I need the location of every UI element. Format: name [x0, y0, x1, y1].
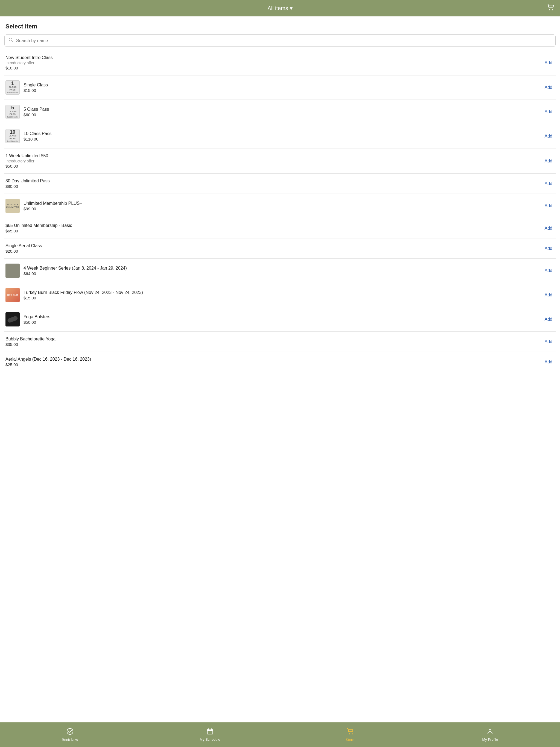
list-item: Bubbly Bachelorette Yoga $35.00 Add — [0, 332, 560, 352]
item-name: Single Class — [24, 83, 539, 87]
svg-point-0 — [549, 9, 550, 10]
item-name: New Student Intro Class — [5, 55, 539, 60]
search-input[interactable] — [16, 38, 552, 43]
item-name: Turkey Burn Black Friday Flow (Nov 24, 2… — [24, 290, 539, 295]
svg-point-10 — [352, 733, 353, 735]
item-name: 30 Day Unlimited Pass — [5, 179, 539, 183]
item-name: $65 Unlimited Membership - Basic — [5, 223, 539, 228]
item-price: $35.00 — [5, 342, 539, 347]
list-item: $65 Unlimited Membership - Basic $65.00 … — [0, 218, 560, 238]
list-item: New Student Intro Class Introductory off… — [0, 50, 560, 75]
add-button[interactable]: Add — [542, 245, 555, 252]
item-thumbnail — [5, 264, 20, 278]
nav-my-profile[interactable]: My Profile — [420, 722, 560, 747]
item-thumbnail: 5 CLASSPASS Just Breathe — [5, 105, 20, 119]
item-subtitle: Introductory offer — [5, 159, 539, 163]
add-button[interactable]: Add — [542, 59, 555, 67]
svg-point-11 — [489, 729, 491, 731]
nav-book-now[interactable]: Book Now — [0, 722, 140, 747]
item-info: 1 Week Unlimited $50 Introductory offer … — [5, 153, 539, 169]
item-price: $64.00 — [24, 271, 539, 276]
item-name: Single Aerial Class — [5, 243, 539, 248]
add-button[interactable]: Add — [542, 225, 555, 232]
item-info: 5 Class Pass $60.00 — [24, 107, 539, 117]
person-icon — [487, 728, 493, 736]
item-info: $65 Unlimited Membership - Basic $65.00 — [5, 223, 539, 233]
svg-point-4 — [67, 728, 73, 735]
list-item: Single Aerial Class $20.00 Add — [0, 238, 560, 258]
item-info: Turkey Burn Black Friday Flow (Nov 24, 2… — [24, 290, 539, 300]
item-info: Aerial Angels (Dec 16, 2023 - Dec 16, 20… — [5, 357, 539, 367]
item-info: 10 Class Pass $110.00 — [24, 131, 539, 141]
item-price: $15.00 — [24, 88, 539, 93]
add-button[interactable]: Add — [542, 180, 555, 187]
item-price: $50.00 — [24, 320, 539, 325]
all-items-label: All items — [268, 5, 288, 11]
item-price: $60.00 — [24, 112, 539, 117]
add-button[interactable]: Add — [542, 133, 555, 140]
item-thumbnail — [5, 312, 20, 327]
top-bar: All items ▾ — [0, 0, 560, 17]
add-button[interactable]: Add — [542, 202, 555, 209]
item-name: 5 Class Pass — [24, 107, 539, 112]
list-item: 10 CLASSPASS Just Breathe 10 Class Pass … — [0, 124, 560, 148]
add-button[interactable]: Add — [542, 291, 555, 299]
nav-my-profile-label: My Profile — [482, 738, 498, 742]
nav-my-schedule-label: My Schedule — [200, 738, 220, 742]
main-content: Select item New Student Intro Class Intr… — [0, 17, 560, 747]
add-button[interactable]: Add — [542, 316, 555, 323]
item-info: Yoga Bolsters $50.00 — [24, 314, 539, 325]
item-price: $65.00 — [5, 229, 539, 233]
list-item: 1 Week Unlimited $50 Introductory offer … — [0, 149, 560, 173]
add-button[interactable]: Add — [542, 108, 555, 115]
item-info: Unlimited Membership PLUS+ $99.00 — [24, 201, 539, 211]
item-thumbnail: 10 CLASSPASS Just Breathe — [5, 129, 20, 143]
bottom-nav: Book Now My Schedule Store — [0, 722, 560, 747]
item-name: 10 Class Pass — [24, 131, 539, 136]
item-info: Bubbly Bachelorette Yoga $35.00 — [5, 337, 539, 347]
item-price: $99.00 — [24, 206, 539, 211]
svg-rect-5 — [207, 729, 213, 734]
check-circle-icon — [67, 728, 74, 737]
cart-icon[interactable] — [547, 4, 555, 12]
item-price: $50.00 — [5, 164, 539, 169]
item-thumbnail: MONTHLY UNLIMITED — [5, 199, 20, 213]
add-button[interactable]: Add — [542, 358, 555, 366]
svg-point-1 — [552, 9, 553, 10]
item-name: 4 Week Beginner Series (Jan 8, 2024 - Ja… — [24, 266, 539, 271]
item-name: Bubbly Bachelorette Yoga — [5, 337, 539, 341]
item-name: Aerial Angels (Dec 16, 2023 - Dec 16, 20… — [5, 357, 539, 362]
item-info: 30 Day Unlimited Pass $80.00 — [5, 179, 539, 189]
add-button[interactable]: Add — [542, 338, 555, 345]
list-item: Yoga Bolsters $50.00 Add — [0, 307, 560, 331]
items-list: New Student Intro Class Introductory off… — [0, 50, 560, 372]
list-item: Aerial Angels (Dec 16, 2023 - Dec 16, 20… — [0, 352, 560, 372]
add-button[interactable]: Add — [542, 157, 555, 164]
search-container — [0, 34, 560, 50]
item-name: Yoga Bolsters — [24, 314, 539, 319]
item-subtitle: Introductory offer — [5, 61, 539, 65]
page-title: Select item — [0, 17, 560, 34]
item-info: Single Class $15.00 — [24, 83, 539, 93]
add-button[interactable]: Add — [542, 84, 555, 91]
nav-store[interactable]: Store — [280, 722, 420, 747]
item-info: New Student Intro Class Introductory off… — [5, 55, 539, 70]
item-thumbnail: HEY BUB — [5, 288, 20, 302]
item-price: $10.00 — [5, 66, 539, 70]
item-price: $15.00 — [24, 295, 539, 300]
nav-my-schedule[interactable]: My Schedule — [140, 722, 280, 747]
item-price: $20.00 — [5, 249, 539, 254]
list-item: 30 Day Unlimited Pass $80.00 Add — [0, 174, 560, 194]
list-item: 1 CLASSPASS Just Breathe Single Class $1… — [0, 75, 560, 100]
list-item: 5 CLASSPASS Just Breathe 5 Class Pass $6… — [0, 100, 560, 124]
top-bar-title[interactable]: All items ▾ — [268, 5, 292, 11]
search-icon — [8, 37, 14, 44]
svg-line-3 — [12, 41, 13, 42]
add-button[interactable]: Add — [542, 267, 555, 274]
item-info: Single Aerial Class $20.00 — [5, 243, 539, 254]
calendar-icon — [207, 728, 213, 736]
chevron-down-icon: ▾ — [290, 5, 292, 11]
store-cart-icon — [347, 728, 354, 737]
svg-point-9 — [349, 733, 350, 735]
nav-book-now-label: Book Now — [62, 738, 78, 742]
